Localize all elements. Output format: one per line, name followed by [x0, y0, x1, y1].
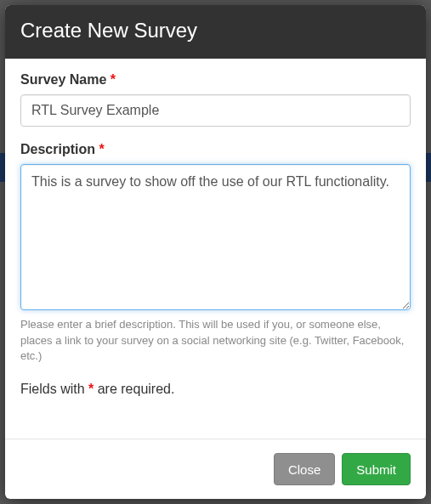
- required-note-prefix: Fields with: [20, 382, 88, 396]
- modal-header: Create New Survey: [5, 5, 426, 59]
- description-textarea[interactable]: [20, 164, 411, 310]
- survey-name-label-text: Survey Name: [20, 72, 106, 87]
- modal-title: Create New Survey: [20, 19, 411, 43]
- description-group: Description * Please enter a brief descr…: [20, 142, 411, 365]
- modal-footer: Close Submit: [5, 439, 426, 499]
- close-button[interactable]: Close: [274, 453, 335, 485]
- description-label-text: Description: [20, 142, 95, 156]
- create-survey-modal: Create New Survey Survey Name * Descript…: [5, 5, 426, 499]
- modal-body: Survey Name * Description * Please enter…: [5, 59, 426, 439]
- survey-name-label: Survey Name *: [20, 72, 411, 88]
- submit-button[interactable]: Submit: [342, 453, 411, 485]
- description-label: Description *: [20, 142, 411, 157]
- required-note-suffix: are required.: [94, 382, 174, 396]
- required-marker: *: [111, 72, 116, 87]
- survey-name-group: Survey Name *: [20, 72, 411, 127]
- required-marker: *: [99, 142, 104, 156]
- survey-name-input[interactable]: [20, 94, 411, 127]
- description-help-text: Please enter a brief description. This w…: [20, 317, 411, 365]
- required-fields-note: Fields with * are required.: [20, 382, 411, 397]
